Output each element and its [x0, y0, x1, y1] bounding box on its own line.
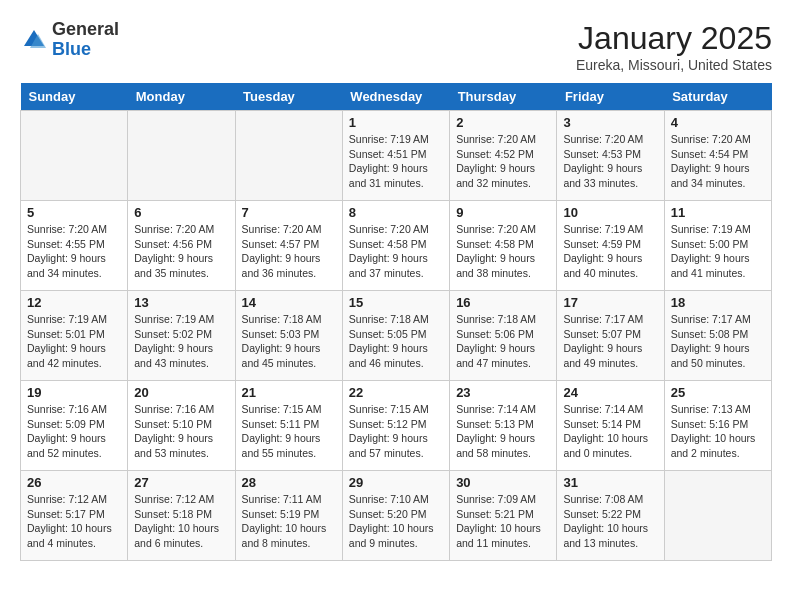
calendar-title: January 2025	[576, 20, 772, 57]
calendar-cell: 27Sunrise: 7:12 AMSunset: 5:18 PMDayligh…	[128, 471, 235, 561]
day-info: Sunrise: 7:20 AMSunset: 4:52 PMDaylight:…	[456, 132, 550, 191]
day-number: 28	[242, 475, 336, 490]
day-info: Sunrise: 7:09 AMSunset: 5:21 PMDaylight:…	[456, 492, 550, 551]
day-info: Sunrise: 7:19 AMSunset: 5:01 PMDaylight:…	[27, 312, 121, 371]
calendar-cell: 14Sunrise: 7:18 AMSunset: 5:03 PMDayligh…	[235, 291, 342, 381]
calendar-cell: 20Sunrise: 7:16 AMSunset: 5:10 PMDayligh…	[128, 381, 235, 471]
header-monday: Monday	[128, 83, 235, 111]
day-number: 1	[349, 115, 443, 130]
day-info: Sunrise: 7:18 AMSunset: 5:03 PMDaylight:…	[242, 312, 336, 371]
day-info: Sunrise: 7:10 AMSunset: 5:20 PMDaylight:…	[349, 492, 443, 551]
calendar-cell	[235, 111, 342, 201]
day-number: 12	[27, 295, 121, 310]
day-info: Sunrise: 7:13 AMSunset: 5:16 PMDaylight:…	[671, 402, 765, 461]
day-info: Sunrise: 7:17 AMSunset: 5:08 PMDaylight:…	[671, 312, 765, 371]
calendar-cell: 13Sunrise: 7:19 AMSunset: 5:02 PMDayligh…	[128, 291, 235, 381]
day-info: Sunrise: 7:19 AMSunset: 5:02 PMDaylight:…	[134, 312, 228, 371]
day-info: Sunrise: 7:18 AMSunset: 5:05 PMDaylight:…	[349, 312, 443, 371]
calendar-week-row: 19Sunrise: 7:16 AMSunset: 5:09 PMDayligh…	[21, 381, 772, 471]
header-row: Sunday Monday Tuesday Wednesday Thursday…	[21, 83, 772, 111]
calendar-cell: 28Sunrise: 7:11 AMSunset: 5:19 PMDayligh…	[235, 471, 342, 561]
day-number: 25	[671, 385, 765, 400]
calendar-cell: 6Sunrise: 7:20 AMSunset: 4:56 PMDaylight…	[128, 201, 235, 291]
calendar-cell: 2Sunrise: 7:20 AMSunset: 4:52 PMDaylight…	[450, 111, 557, 201]
day-number: 31	[563, 475, 657, 490]
calendar-week-row: 12Sunrise: 7:19 AMSunset: 5:01 PMDayligh…	[21, 291, 772, 381]
day-info: Sunrise: 7:20 AMSunset: 4:56 PMDaylight:…	[134, 222, 228, 281]
header-thursday: Thursday	[450, 83, 557, 111]
day-number: 21	[242, 385, 336, 400]
header-friday: Friday	[557, 83, 664, 111]
day-number: 14	[242, 295, 336, 310]
calendar-cell: 24Sunrise: 7:14 AMSunset: 5:14 PMDayligh…	[557, 381, 664, 471]
day-number: 22	[349, 385, 443, 400]
calendar-cell: 5Sunrise: 7:20 AMSunset: 4:55 PMDaylight…	[21, 201, 128, 291]
calendar-week-row: 26Sunrise: 7:12 AMSunset: 5:17 PMDayligh…	[21, 471, 772, 561]
calendar-cell	[128, 111, 235, 201]
day-info: Sunrise: 7:20 AMSunset: 4:58 PMDaylight:…	[349, 222, 443, 281]
calendar-cell	[21, 111, 128, 201]
day-info: Sunrise: 7:20 AMSunset: 4:54 PMDaylight:…	[671, 132, 765, 191]
day-info: Sunrise: 7:20 AMSunset: 4:55 PMDaylight:…	[27, 222, 121, 281]
day-info: Sunrise: 7:18 AMSunset: 5:06 PMDaylight:…	[456, 312, 550, 371]
calendar-cell: 12Sunrise: 7:19 AMSunset: 5:01 PMDayligh…	[21, 291, 128, 381]
day-number: 20	[134, 385, 228, 400]
calendar-cell: 18Sunrise: 7:17 AMSunset: 5:08 PMDayligh…	[664, 291, 771, 381]
logo: General Blue	[20, 20, 119, 60]
day-info: Sunrise: 7:16 AMSunset: 5:09 PMDaylight:…	[27, 402, 121, 461]
header-tuesday: Tuesday	[235, 83, 342, 111]
day-number: 4	[671, 115, 765, 130]
day-number: 24	[563, 385, 657, 400]
day-info: Sunrise: 7:15 AMSunset: 5:11 PMDaylight:…	[242, 402, 336, 461]
calendar-cell: 22Sunrise: 7:15 AMSunset: 5:12 PMDayligh…	[342, 381, 449, 471]
day-info: Sunrise: 7:12 AMSunset: 5:17 PMDaylight:…	[27, 492, 121, 551]
calendar-cell: 15Sunrise: 7:18 AMSunset: 5:05 PMDayligh…	[342, 291, 449, 381]
calendar-cell: 4Sunrise: 7:20 AMSunset: 4:54 PMDaylight…	[664, 111, 771, 201]
calendar-cell: 7Sunrise: 7:20 AMSunset: 4:57 PMDaylight…	[235, 201, 342, 291]
day-info: Sunrise: 7:19 AMSunset: 4:59 PMDaylight:…	[563, 222, 657, 281]
day-info: Sunrise: 7:19 AMSunset: 5:00 PMDaylight:…	[671, 222, 765, 281]
calendar-cell: 1Sunrise: 7:19 AMSunset: 4:51 PMDaylight…	[342, 111, 449, 201]
day-number: 16	[456, 295, 550, 310]
day-info: Sunrise: 7:20 AMSunset: 4:57 PMDaylight:…	[242, 222, 336, 281]
calendar-cell: 8Sunrise: 7:20 AMSunset: 4:58 PMDaylight…	[342, 201, 449, 291]
day-info: Sunrise: 7:11 AMSunset: 5:19 PMDaylight:…	[242, 492, 336, 551]
calendar-table: Sunday Monday Tuesday Wednesday Thursday…	[20, 83, 772, 561]
day-number: 27	[134, 475, 228, 490]
header-saturday: Saturday	[664, 83, 771, 111]
day-info: Sunrise: 7:15 AMSunset: 5:12 PMDaylight:…	[349, 402, 443, 461]
day-info: Sunrise: 7:12 AMSunset: 5:18 PMDaylight:…	[134, 492, 228, 551]
day-info: Sunrise: 7:08 AMSunset: 5:22 PMDaylight:…	[563, 492, 657, 551]
logo-blue-text: Blue	[52, 40, 119, 60]
calendar-cell: 25Sunrise: 7:13 AMSunset: 5:16 PMDayligh…	[664, 381, 771, 471]
calendar-cell: 9Sunrise: 7:20 AMSunset: 4:58 PMDaylight…	[450, 201, 557, 291]
day-info: Sunrise: 7:19 AMSunset: 4:51 PMDaylight:…	[349, 132, 443, 191]
day-number: 18	[671, 295, 765, 310]
day-number: 3	[563, 115, 657, 130]
header-wednesday: Wednesday	[342, 83, 449, 111]
calendar-cell: 17Sunrise: 7:17 AMSunset: 5:07 PMDayligh…	[557, 291, 664, 381]
logo-icon	[20, 26, 48, 54]
calendar-cell	[664, 471, 771, 561]
day-info: Sunrise: 7:20 AMSunset: 4:53 PMDaylight:…	[563, 132, 657, 191]
day-number: 6	[134, 205, 228, 220]
day-number: 23	[456, 385, 550, 400]
calendar-cell: 30Sunrise: 7:09 AMSunset: 5:21 PMDayligh…	[450, 471, 557, 561]
day-number: 2	[456, 115, 550, 130]
calendar-cell: 19Sunrise: 7:16 AMSunset: 5:09 PMDayligh…	[21, 381, 128, 471]
day-number: 17	[563, 295, 657, 310]
calendar-header: Sunday Monday Tuesday Wednesday Thursday…	[21, 83, 772, 111]
day-info: Sunrise: 7:17 AMSunset: 5:07 PMDaylight:…	[563, 312, 657, 371]
day-info: Sunrise: 7:14 AMSunset: 5:13 PMDaylight:…	[456, 402, 550, 461]
day-number: 10	[563, 205, 657, 220]
calendar-cell: 16Sunrise: 7:18 AMSunset: 5:06 PMDayligh…	[450, 291, 557, 381]
day-number: 5	[27, 205, 121, 220]
calendar-cell: 23Sunrise: 7:14 AMSunset: 5:13 PMDayligh…	[450, 381, 557, 471]
day-number: 30	[456, 475, 550, 490]
day-number: 29	[349, 475, 443, 490]
calendar-cell: 3Sunrise: 7:20 AMSunset: 4:53 PMDaylight…	[557, 111, 664, 201]
calendar-cell: 21Sunrise: 7:15 AMSunset: 5:11 PMDayligh…	[235, 381, 342, 471]
page-header: General Blue January 2025 Eureka, Missou…	[20, 20, 772, 73]
calendar-body: 1Sunrise: 7:19 AMSunset: 4:51 PMDaylight…	[21, 111, 772, 561]
calendar-subtitle: Eureka, Missouri, United States	[576, 57, 772, 73]
